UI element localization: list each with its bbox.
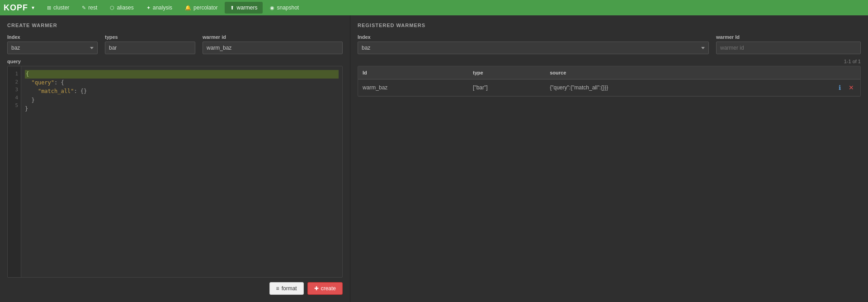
analysis-icon: ✦ [146,5,151,11]
types-label: types [105,34,195,40]
code-line-2: "query": { [25,79,339,87]
snapshot-icon: ◉ [270,5,274,11]
index-select[interactable]: baz [7,42,98,54]
format-icon: ≡ [276,285,279,292]
table-row: warm_baz ["bar"] {"query":{"match_all":{… [358,79,860,96]
col-source: source [545,66,764,79]
main-content: CREATE WARMER Index baz types warmer id … [0,15,868,302]
code-content[interactable]: { "query": { "match_all": {} } } [21,66,342,277]
percolator-icon: 🔔 [185,5,191,11]
table-body: warm_baz ["bar"] {"query":{"match_all":{… [358,79,860,96]
types-input[interactable] [105,42,195,54]
cluster-icon: ⊞ [47,5,51,11]
right-index-label: Index [358,34,709,40]
right-index-group: Index baz [358,34,709,54]
right-warmer-id-label: warmer Id [716,34,861,40]
index-label: Index [7,34,98,40]
right-index-select[interactable]: baz [358,42,709,54]
warmers-table: Id type source warm_baz ["bar"] {"query"… [358,66,860,96]
warmers-icon: ⬆ [230,5,234,11]
code-line-3: "match_all": {} [25,87,339,96]
nav-item-percolator[interactable]: 🔔 percolator [179,2,223,14]
warmers-table-container: Id type source warm_baz ["bar"] {"query"… [358,66,861,97]
warmer-id-group: warmer id [203,34,343,54]
create-warmer-title: CREATE WARMER [7,23,343,28]
types-group: types [105,34,195,54]
action-icons: ℹ ✕ [768,83,856,92]
code-line-4: } [25,96,339,105]
rest-icon: ✎ [82,5,86,11]
create-warmer-panel: CREATE WARMER Index baz types warmer id … [0,15,350,302]
registered-warmers-form-row: Index baz warmer Id [358,34,861,54]
info-icon[interactable]: ℹ [835,83,844,92]
create-icon: ✚ [314,285,319,292]
warmer-id-input[interactable] [203,42,343,54]
nav-item-analysis[interactable]: ✦ analysis [141,2,178,14]
row-id: warm_baz [358,79,468,96]
delete-icon[interactable]: ✕ [847,83,856,92]
create-warmer-form-row: Index baz types warmer id [7,34,343,54]
row-type: ["bar"] [468,79,545,96]
brand-dropdown[interactable]: ▾ [32,5,34,11]
right-warmer-id-input[interactable] [716,42,861,54]
right-warmer-id-group: warmer Id [716,34,861,54]
table-header: Id type source [358,66,860,79]
row-actions: ℹ ✕ [764,79,860,96]
code-line-1: { [25,70,339,79]
nav-item-cluster[interactable]: ⊞ cluster [42,2,75,14]
registered-warmers-panel: REGISTERED WARMERS Index baz warmer Id 1… [350,15,868,302]
pagination-info: 1-1 of 1 [358,59,861,64]
index-group: Index baz [7,34,98,54]
warmer-id-label: warmer id [203,34,343,40]
nav-item-aliases[interactable]: ⬡ aliases [104,2,139,14]
top-navigation: KOPF ▾ ⊞ cluster ✎ rest ⬡ aliases ✦ anal… [0,0,868,15]
query-editor[interactable]: 1 2 3 4 5 { "query": { "match_all": {} }… [7,66,343,278]
action-buttons: ≡ format ✚ create [7,282,343,295]
line-numbers: 1 2 3 4 5 [8,66,21,277]
format-button[interactable]: ≡ format [269,282,304,295]
registered-warmers-title: REGISTERED WARMERS [358,23,861,28]
aliases-icon: ⬡ [110,5,114,11]
col-actions [764,66,860,79]
code-line-5: } [25,105,339,113]
create-button[interactable]: ✚ create [307,282,343,295]
brand-logo: KOPF [4,3,28,13]
query-label: query [7,59,343,64]
nav-item-warmers[interactable]: ⬆ warmers [225,2,263,14]
nav-item-rest[interactable]: ✎ rest [76,2,103,14]
col-id: Id [358,66,468,79]
row-source: {"query":{"match_all":{}}} [545,79,764,96]
col-type: type [468,66,545,79]
nav-item-snapshot[interactable]: ◉ snapshot [264,2,304,14]
